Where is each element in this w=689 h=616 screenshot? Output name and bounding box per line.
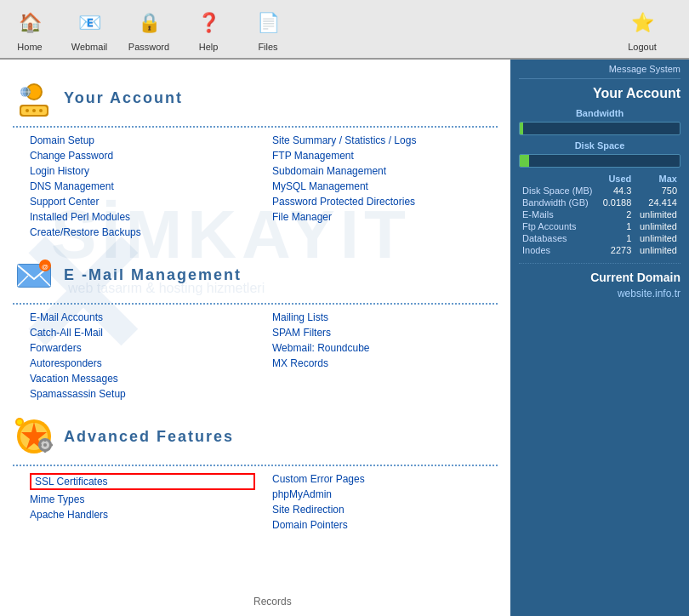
stats-col-used: Used: [598, 173, 635, 185]
stat-max: unlimited: [635, 244, 680, 256]
stat-label: Ftp Accounts: [519, 220, 598, 232]
stat-label: Bandwidth (GB): [519, 197, 598, 208]
stat-label: Inodes: [519, 244, 598, 256]
link-custom-error-pages[interactable]: Custom Error Pages: [272, 473, 498, 485]
svg-point-5: [32, 109, 36, 112]
svg-point-23: [43, 443, 47, 447]
link-ssl-certificates[interactable]: SSL Certificates: [30, 473, 255, 490]
bandwidth-fill: [520, 123, 523, 134]
link-apache-handlers[interactable]: Apache Handlers: [30, 509, 255, 521]
nav-home[interactable]: 🏠 Home: [9, 6, 51, 52]
link-site-summary[interactable]: Site Summary / Statistics / Logs: [272, 134, 498, 146]
svg-rect-24: [44, 438, 47, 442]
link-domain-setup[interactable]: Domain Setup: [30, 134, 255, 146]
stat-max: unlimited: [635, 220, 680, 232]
link-mime-types[interactable]: Mime Types: [30, 493, 255, 505]
your-account-section-header: Your Account: [13, 77, 498, 119]
link-phpmyadmin[interactable]: phpMyAdmin: [272, 488, 498, 500]
link-dns-management[interactable]: DNS Management: [30, 180, 255, 192]
stat-used: 2: [598, 208, 635, 220]
svg-rect-26: [38, 444, 42, 447]
stats-col-label: [519, 173, 598, 185]
email-links-left: E-Mail Accounts Catch-All E-Mail Forward…: [30, 311, 255, 400]
link-catch-all[interactable]: Catch-All E-Mail: [30, 327, 255, 339]
link-support-center[interactable]: Support Center: [30, 196, 255, 208]
stat-max: unlimited: [635, 232, 680, 244]
email-divider: [13, 303, 498, 305]
current-domain-title: Current Domain: [519, 271, 680, 284]
your-account-divider: [13, 126, 498, 128]
link-change-password[interactable]: Change Password: [30, 150, 255, 162]
stat-label: Databases: [519, 232, 598, 244]
main-layout: SİMKAYIT web tasarım & hosting hizmetler…: [0, 60, 689, 616]
disk-space-progress-bar: [519, 154, 680, 168]
link-create-restore[interactable]: Create/Restore Backups: [30, 226, 255, 238]
home-icon: 🏠: [13, 6, 47, 40]
advanced-divider: [13, 465, 498, 466]
stats-row: Inodes 2273 unlimited: [519, 244, 680, 256]
link-file-manager[interactable]: File Manager: [272, 211, 498, 223]
email-links: E-Mail Accounts Catch-All E-Mail Forward…: [30, 311, 498, 400]
nav-logout[interactable]: ⭐ Logout: [621, 6, 663, 52]
files-icon: 📄: [251, 6, 285, 40]
link-spamassassin[interactable]: Spamassassin Setup: [30, 388, 255, 400]
advanced-links-right: Custom Error Pages phpMyAdmin Site Redir…: [272, 473, 498, 531]
nav-files[interactable]: 📄 Files: [247, 6, 289, 52]
link-autoresponders[interactable]: Autoresponders: [30, 357, 255, 369]
link-email-accounts[interactable]: E-Mail Accounts: [30, 311, 255, 323]
link-password-protected[interactable]: Password Protected Directories: [272, 196, 498, 208]
sidebar-your-account-title: Your Account: [519, 86, 680, 101]
your-account-links-left: Domain Setup Change Password Login Histo…: [30, 134, 255, 238]
bandwidth-progress-bar: [519, 122, 680, 135]
stat-label: E-Mails: [519, 208, 598, 220]
records-label: Records: [253, 596, 292, 607]
disk-space-label: Disk Space: [519, 140, 680, 151]
stats-row: E-Mails 2 unlimited: [519, 208, 680, 220]
advanced-section-icon: [13, 415, 55, 458]
link-site-redirection[interactable]: Site Redirection: [272, 504, 498, 516]
nav-logout-label: Logout: [628, 42, 657, 52]
link-webmail-roundcube[interactable]: Webmail: Roundcube: [272, 342, 498, 354]
nav-webmail[interactable]: 📧 Webmail: [68, 6, 111, 52]
svg-point-6: [39, 109, 43, 112]
stat-used: 2273: [598, 244, 635, 256]
link-perl-modules[interactable]: Installed Perl Modules: [30, 211, 255, 223]
top-navigation: 🏠 Home 📧 Webmail 🔒 Password ❓ Help 📄 Fil…: [0, 0, 689, 60]
your-account-links-right: Site Summary / Statistics / Logs FTP Man…: [272, 134, 498, 238]
link-ftp-management[interactable]: FTP Management: [272, 150, 498, 162]
your-account-icon: [13, 77, 55, 119]
link-vacation-messages[interactable]: Vacation Messages: [30, 373, 255, 385]
sidebar: Message System Your Account Bandwidth Di…: [510, 60, 689, 616]
advanced-section-title: Advanced Features: [64, 428, 234, 446]
disk-space-fill: [520, 155, 529, 167]
nav-password[interactable]: 🔒 Password: [128, 6, 170, 52]
stat-used: 1: [598, 220, 635, 232]
stat-max: 24.414: [635, 197, 680, 208]
logout-icon: ⭐: [625, 6, 659, 40]
advanced-links: SSL Certificates Mime Types Apache Handl…: [30, 473, 498, 531]
nav-webmail-label: Webmail: [71, 42, 108, 52]
link-spam-filters[interactable]: SPAM Filters: [272, 327, 498, 339]
link-domain-pointers[interactable]: Domain Pointers: [272, 519, 498, 531]
stat-max: 750: [635, 185, 680, 197]
stat-label: Disk Space (MB): [519, 185, 598, 197]
email-section-header: @ E -Mail Management: [13, 254, 498, 296]
stat-used: 1: [598, 232, 635, 244]
link-subdomain-management[interactable]: Subdomain Management: [272, 165, 498, 177]
link-login-history[interactable]: Login History: [30, 165, 255, 177]
link-forwarders[interactable]: Forwarders: [30, 342, 255, 354]
nav-help[interactable]: ❓ Help: [187, 6, 230, 52]
message-system-label: Message System: [519, 64, 680, 79]
email-section-title: E -Mail Management: [64, 266, 242, 284]
stats-row: Ftp Accounts 1 unlimited: [519, 220, 680, 232]
nav-files-label: Files: [258, 42, 277, 52]
nav-home-label: Home: [17, 42, 42, 52]
sidebar-divider: [519, 263, 680, 264]
stats-row: Databases 1 unlimited: [519, 232, 680, 244]
link-mx-records[interactable]: MX Records: [272, 357, 498, 369]
your-account-title: Your Account: [64, 89, 183, 107]
advanced-links-left: SSL Certificates Mime Types Apache Handl…: [30, 473, 255, 531]
link-mailing-lists[interactable]: Mailing Lists: [272, 311, 498, 323]
stat-used: 44.3: [598, 185, 635, 197]
link-mysql-management[interactable]: MySQL Management: [272, 180, 498, 192]
